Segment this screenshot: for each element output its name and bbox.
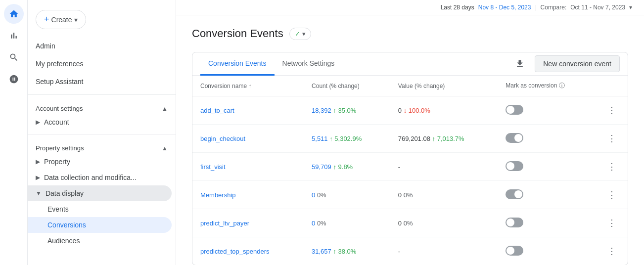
- table-row: add_to_cart18,392 ↑ 35.0%0 ↓ 100.0%⋮: [192, 96, 628, 125]
- create-label: Create: [51, 16, 72, 24]
- row-actions-cell: ⋮: [596, 209, 628, 237]
- row-more-button[interactable]: ⋮: [604, 243, 620, 259]
- conversion-name-cell: first_visit: [192, 153, 304, 181]
- header-divider: |: [535, 4, 536, 11]
- row-actions-cell: ⋮: [596, 181, 628, 209]
- value-change-value: ↑ 7,013.7%: [430, 135, 464, 142]
- data-display-item-label: Data display: [46, 189, 84, 197]
- create-chevron-icon: ▾: [74, 16, 78, 24]
- conversion-name-link[interactable]: begin_checkout: [200, 135, 245, 142]
- value-value: -: [398, 163, 400, 171]
- main-content: Last 28 days Nov 8 - Dec 5, 2023 | Compa…: [176, 0, 644, 265]
- explore-nav-icon[interactable]: [4, 47, 24, 67]
- count-cell: 31,657 ↑ 38.0%: [304, 237, 390, 265]
- mark-conversion-toggle[interactable]: [506, 133, 523, 143]
- date-range: Nov 8 - Dec 5, 2023: [478, 4, 531, 11]
- date-label: Last 28 days: [441, 4, 474, 11]
- mark-conversion-toggle[interactable]: [506, 246, 523, 256]
- property-settings-header[interactable]: Property settings ▲: [28, 138, 176, 154]
- count-cell: 0 0%: [304, 181, 390, 209]
- admin-menu-item[interactable]: Admin: [28, 37, 176, 55]
- row-actions-cell: ⋮: [596, 153, 628, 181]
- property-item[interactable]: ▶ Property: [28, 154, 176, 170]
- mark-conversion-cell: [498, 181, 596, 209]
- col-value: Value (% change): [390, 76, 498, 96]
- page-title-row: Conversion Events ✓ ▾: [192, 27, 628, 40]
- conversion-name-cell: begin_checkout: [192, 125, 304, 153]
- conversion-name-link[interactable]: Membership: [200, 191, 236, 199]
- row-more-button[interactable]: ⋮: [604, 215, 620, 231]
- table-row: first_visit59,709 ↑ 9.8%-⋮: [192, 153, 628, 181]
- row-more-button[interactable]: ⋮: [604, 131, 620, 146]
- download-button[interactable]: [511, 55, 529, 73]
- tabs-actions: New conversion event: [511, 55, 620, 73]
- count-change-value: 0%: [315, 191, 326, 199]
- audiences-sub-item[interactable]: Audiences: [28, 233, 176, 249]
- home-nav-icon[interactable]: [4, 4, 24, 24]
- advertising-nav-icon[interactable]: [4, 69, 24, 89]
- create-button[interactable]: + Create ▾: [36, 10, 86, 29]
- conversion-name-link[interactable]: first_visit: [200, 163, 226, 171]
- title-badge[interactable]: ✓ ▾: [289, 28, 311, 40]
- value-cell: 0 ↓ 100.0%: [390, 96, 498, 125]
- compare-range: Oct 11 - Nov 7, 2023: [570, 4, 625, 11]
- row-more-button[interactable]: ⋮: [604, 187, 620, 203]
- account-settings-header[interactable]: Account settings ▲: [28, 99, 176, 114]
- page-content: Conversion Events ✓ ▾ Conversion Events …: [176, 15, 644, 265]
- mark-conversion-toggle[interactable]: [506, 105, 523, 115]
- conversion-events-tab[interactable]: Conversion Events: [200, 52, 275, 76]
- my-preferences-menu-item[interactable]: My preferences: [28, 55, 176, 73]
- data-collection-item[interactable]: ▶ Data collection and modifica...: [28, 170, 176, 185]
- conversion-name-cell: Membership: [192, 181, 304, 209]
- conversion-name-link[interactable]: predict_ltv_payer: [200, 220, 249, 227]
- conversions-sub-item[interactable]: Conversions: [28, 217, 172, 233]
- property-chevron-icon: ▶: [36, 158, 40, 165]
- conversion-name-link[interactable]: add_to_cart: [200, 107, 234, 114]
- new-conversion-event-button[interactable]: New conversion event: [535, 55, 620, 72]
- property-settings-collapse-icon: ▲: [162, 145, 168, 152]
- conversion-name-link[interactable]: predicted_top_spenders: [200, 248, 270, 255]
- count-value: 59,709: [312, 163, 331, 171]
- value-cell: 0 0%: [390, 209, 498, 237]
- mark-conversion-cell: [498, 209, 596, 237]
- value-change-value: ↓ 100.0%: [402, 107, 430, 114]
- col-conversion-name: Conversion name ↑: [192, 76, 304, 96]
- date-picker-chevron-icon[interactable]: ▾: [629, 4, 632, 11]
- value-value: 0: [398, 107, 402, 114]
- compare-label: Compare:: [541, 4, 567, 11]
- network-settings-tab[interactable]: Network Settings: [275, 52, 343, 76]
- sidebar-divider-2: [28, 134, 176, 134]
- table-row: Membership0 0%0 0%⋮: [192, 181, 628, 209]
- col-count: Count (% change): [304, 76, 390, 96]
- count-cell: 18,392 ↑ 35.0%: [304, 96, 390, 125]
- badge-chevron-icon: ▾: [302, 30, 306, 38]
- count-cell: 5,511 ↑ 5,302.9%: [304, 125, 390, 153]
- tabs-left: Conversion Events Network Settings: [200, 52, 342, 75]
- data-display-chevron-icon: ▼: [36, 190, 42, 197]
- reports-nav-icon[interactable]: [4, 26, 24, 45]
- mark-conversion-toggle[interactable]: [506, 189, 523, 199]
- table-row: predict_ltv_payer0 0%0 0%⋮: [192, 209, 628, 237]
- value-value: 0: [398, 191, 402, 199]
- data-display-item[interactable]: ▼ Data display: [28, 185, 172, 201]
- row-more-button[interactable]: ⋮: [604, 159, 620, 175]
- sidebar-divider-1: [28, 94, 176, 95]
- setup-assistant-menu-item[interactable]: Setup Assistant: [28, 73, 176, 90]
- main-card: Conversion Events Network Settings New c…: [192, 52, 628, 265]
- value-cell: -: [390, 237, 498, 265]
- count-change-value: ↑ 38.0%: [331, 248, 357, 255]
- account-item-label: Account: [44, 118, 69, 126]
- mark-conversion-toggle[interactable]: [506, 218, 523, 227]
- mark-conversion-cell: [498, 237, 596, 265]
- value-cell: -: [390, 153, 498, 181]
- account-item[interactable]: ▶ Account: [28, 114, 176, 130]
- data-collection-item-label: Data collection and modifica...: [44, 174, 137, 181]
- badge-check-icon: ✓: [295, 30, 300, 38]
- row-more-button[interactable]: ⋮: [604, 102, 620, 118]
- header-bar: Last 28 days Nov 8 - Dec 5, 2023 | Compa…: [176, 0, 644, 15]
- sidebar: + Create ▾ Admin My preferences Setup As…: [28, 0, 176, 265]
- col-actions: [596, 76, 628, 96]
- mark-conversion-toggle[interactable]: [506, 161, 523, 171]
- value-change-value: 0%: [402, 191, 413, 199]
- events-sub-item[interactable]: Events: [28, 201, 176, 217]
